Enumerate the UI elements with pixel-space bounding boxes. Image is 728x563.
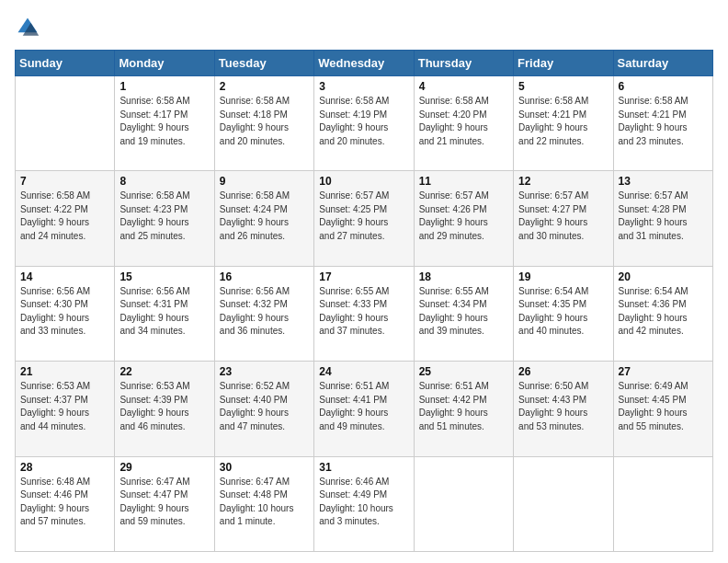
day-number: 3 xyxy=(319,80,408,93)
calendar-cell: 11Sunrise: 6:57 AM Sunset: 4:26 PM Dayli… xyxy=(414,171,513,266)
cell-text: Sunrise: 6:57 AM Sunset: 4:28 PM Dayligh… xyxy=(619,190,708,243)
logo-icon xyxy=(15,15,40,40)
day-header-saturday: Saturday xyxy=(613,51,712,76)
cell-text: Sunrise: 6:54 AM Sunset: 4:36 PM Dayligh… xyxy=(619,285,708,339)
week-row-0: 1Sunrise: 6:58 AM Sunset: 4:17 PM Daylig… xyxy=(16,76,713,171)
calendar-cell: 10Sunrise: 6:57 AM Sunset: 4:25 PM Dayli… xyxy=(314,171,414,266)
day-number: 20 xyxy=(619,270,708,283)
cell-text: Sunrise: 6:58 AM Sunset: 4:24 PM Dayligh… xyxy=(220,190,309,243)
day-header-monday: Monday xyxy=(115,51,214,76)
cell-text: Sunrise: 6:58 AM Sunset: 4:19 PM Dayligh… xyxy=(319,95,408,148)
cell-text: Sunrise: 6:57 AM Sunset: 4:26 PM Dayligh… xyxy=(419,190,508,243)
day-number: 8 xyxy=(119,175,209,188)
calendar-cell: 18Sunrise: 6:55 AM Sunset: 4:34 PM Dayli… xyxy=(414,266,513,361)
calendar-cell: 27Sunrise: 6:49 AM Sunset: 4:45 PM Dayli… xyxy=(613,362,712,456)
cell-text: Sunrise: 6:55 AM Sunset: 4:33 PM Dayligh… xyxy=(319,285,408,339)
calendar-cell xyxy=(414,456,513,551)
day-number: 29 xyxy=(119,461,209,474)
cell-text: Sunrise: 6:53 AM Sunset: 4:39 PM Dayligh… xyxy=(119,380,209,433)
day-number: 11 xyxy=(419,175,508,188)
day-number: 7 xyxy=(20,175,109,188)
day-number: 6 xyxy=(619,80,708,93)
calendar-cell: 2Sunrise: 6:58 AM Sunset: 4:18 PM Daylig… xyxy=(214,76,313,171)
day-number: 28 xyxy=(20,461,109,474)
calendar-cell: 26Sunrise: 6:50 AM Sunset: 4:43 PM Dayli… xyxy=(514,362,613,456)
cell-text: Sunrise: 6:58 AM Sunset: 4:23 PM Dayligh… xyxy=(119,190,209,243)
cell-text: Sunrise: 6:50 AM Sunset: 4:43 PM Dayligh… xyxy=(518,380,608,433)
cell-text: Sunrise: 6:47 AM Sunset: 4:48 PM Dayligh… xyxy=(220,476,309,529)
day-number: 22 xyxy=(119,365,209,378)
calendar-cell xyxy=(514,456,613,551)
calendar-cell xyxy=(16,76,115,171)
day-number: 27 xyxy=(619,365,708,378)
calendar-cell: 9Sunrise: 6:58 AM Sunset: 4:24 PM Daylig… xyxy=(214,171,313,266)
calendar-cell: 23Sunrise: 6:52 AM Sunset: 4:40 PM Dayli… xyxy=(214,362,313,456)
day-number: 30 xyxy=(220,461,309,474)
cell-text: Sunrise: 6:51 AM Sunset: 4:42 PM Dayligh… xyxy=(419,380,508,433)
calendar-cell: 25Sunrise: 6:51 AM Sunset: 4:42 PM Dayli… xyxy=(414,362,513,456)
calendar-cell: 5Sunrise: 6:58 AM Sunset: 4:21 PM Daylig… xyxy=(514,76,613,171)
calendar-cell: 20Sunrise: 6:54 AM Sunset: 4:36 PM Dayli… xyxy=(613,266,712,361)
calendar-cell: 7Sunrise: 6:58 AM Sunset: 4:22 PM Daylig… xyxy=(16,171,115,266)
day-number: 31 xyxy=(319,461,408,474)
cell-text: Sunrise: 6:47 AM Sunset: 4:47 PM Dayligh… xyxy=(119,476,209,529)
calendar-cell: 16Sunrise: 6:56 AM Sunset: 4:32 PM Dayli… xyxy=(214,266,313,361)
calendar-header-row: SundayMondayTuesdayWednesdayThursdayFrid… xyxy=(16,51,713,76)
calendar-cell: 29Sunrise: 6:47 AM Sunset: 4:47 PM Dayli… xyxy=(115,456,214,551)
calendar-cell: 22Sunrise: 6:53 AM Sunset: 4:39 PM Dayli… xyxy=(115,362,214,456)
calendar-cell: 3Sunrise: 6:58 AM Sunset: 4:19 PM Daylig… xyxy=(314,76,414,171)
day-header-friday: Friday xyxy=(514,51,613,76)
week-row-4: 28Sunrise: 6:48 AM Sunset: 4:46 PM Dayli… xyxy=(16,456,713,551)
calendar-cell: 1Sunrise: 6:58 AM Sunset: 4:17 PM Daylig… xyxy=(115,76,214,171)
cell-text: Sunrise: 6:53 AM Sunset: 4:37 PM Dayligh… xyxy=(20,380,109,433)
day-header-thursday: Thursday xyxy=(414,51,513,76)
cell-text: Sunrise: 6:56 AM Sunset: 4:30 PM Dayligh… xyxy=(20,285,109,339)
day-number: 12 xyxy=(518,175,608,188)
day-number: 10 xyxy=(319,175,408,188)
cell-text: Sunrise: 6:58 AM Sunset: 4:18 PM Dayligh… xyxy=(220,95,309,148)
calendar-cell: 8Sunrise: 6:58 AM Sunset: 4:23 PM Daylig… xyxy=(115,171,214,266)
day-number: 24 xyxy=(319,365,408,378)
day-number: 9 xyxy=(220,175,309,188)
calendar-cell: 31Sunrise: 6:46 AM Sunset: 4:49 PM Dayli… xyxy=(314,456,414,551)
calendar-cell: 6Sunrise: 6:58 AM Sunset: 4:21 PM Daylig… xyxy=(613,76,712,171)
day-number: 2 xyxy=(220,80,309,93)
calendar-cell xyxy=(613,456,712,551)
cell-text: Sunrise: 6:54 AM Sunset: 4:35 PM Dayligh… xyxy=(518,285,608,339)
cell-text: Sunrise: 6:58 AM Sunset: 4:22 PM Dayligh… xyxy=(20,190,109,243)
day-header-wednesday: Wednesday xyxy=(314,51,414,76)
cell-text: Sunrise: 6:56 AM Sunset: 4:31 PM Dayligh… xyxy=(119,285,209,339)
day-number: 13 xyxy=(619,175,708,188)
cell-text: Sunrise: 6:51 AM Sunset: 4:41 PM Dayligh… xyxy=(319,380,408,433)
calendar-cell: 24Sunrise: 6:51 AM Sunset: 4:41 PM Dayli… xyxy=(314,362,414,456)
cell-text: Sunrise: 6:57 AM Sunset: 4:27 PM Dayligh… xyxy=(518,190,608,243)
cell-text: Sunrise: 6:57 AM Sunset: 4:25 PM Dayligh… xyxy=(319,190,408,243)
calendar-cell: 12Sunrise: 6:57 AM Sunset: 4:27 PM Dayli… xyxy=(514,171,613,266)
day-number: 16 xyxy=(220,270,309,283)
week-row-3: 21Sunrise: 6:53 AM Sunset: 4:37 PM Dayli… xyxy=(16,362,713,456)
day-number: 15 xyxy=(119,270,209,283)
day-number: 14 xyxy=(20,270,109,283)
week-row-1: 7Sunrise: 6:58 AM Sunset: 4:22 PM Daylig… xyxy=(16,171,713,266)
day-number: 1 xyxy=(119,80,209,93)
page: SundayMondayTuesdayWednesdayThursdayFrid… xyxy=(0,0,728,563)
calendar-cell: 15Sunrise: 6:56 AM Sunset: 4:31 PM Dayli… xyxy=(115,266,214,361)
day-header-sunday: Sunday xyxy=(16,51,115,76)
calendar-cell: 14Sunrise: 6:56 AM Sunset: 4:30 PM Dayli… xyxy=(16,266,115,361)
logo xyxy=(15,15,44,40)
day-number: 25 xyxy=(419,365,508,378)
cell-text: Sunrise: 6:49 AM Sunset: 4:45 PM Dayligh… xyxy=(619,380,708,433)
calendar-cell: 28Sunrise: 6:48 AM Sunset: 4:46 PM Dayli… xyxy=(16,456,115,551)
day-number: 5 xyxy=(518,80,608,93)
day-number: 26 xyxy=(518,365,608,378)
cell-text: Sunrise: 6:48 AM Sunset: 4:46 PM Dayligh… xyxy=(20,476,109,529)
day-number: 19 xyxy=(518,270,608,283)
cell-text: Sunrise: 6:56 AM Sunset: 4:32 PM Dayligh… xyxy=(220,285,309,339)
day-number: 4 xyxy=(419,80,508,93)
calendar-cell: 17Sunrise: 6:55 AM Sunset: 4:33 PM Dayli… xyxy=(314,266,414,361)
calendar-cell: 30Sunrise: 6:47 AM Sunset: 4:48 PM Dayli… xyxy=(214,456,313,551)
calendar-table: SundayMondayTuesdayWednesdayThursdayFrid… xyxy=(15,50,713,552)
cell-text: Sunrise: 6:58 AM Sunset: 4:17 PM Dayligh… xyxy=(119,95,209,148)
header xyxy=(15,15,713,40)
day-number: 21 xyxy=(20,365,109,378)
